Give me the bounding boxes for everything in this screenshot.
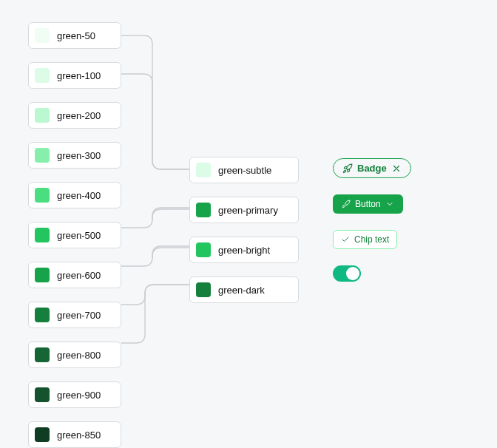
check-icon [341,235,350,244]
toggle-knob [346,267,359,280]
swatch-green-300: green-300 [28,142,121,169]
swatch-color [35,228,50,242]
swatch-green-850: green-850 [28,421,121,448]
swatch-color [35,387,50,402]
swatch-color [35,148,50,163]
swatch-label: green-800 [57,350,101,361]
swatch-color [35,268,50,282]
swatch-label: green-300 [57,150,101,161]
swatch-green-subtle: green-subtle [189,157,299,183]
swatch-label: green-primary [218,205,278,216]
swatch-label: green-dark [218,285,265,296]
swatch-color [35,188,50,203]
swatch-label: green-400 [57,190,101,201]
swatch-color [35,68,50,83]
swatch-label: green-50 [57,30,95,41]
swatch-label: green-900 [57,390,101,401]
swatch-green-dark: green-dark [189,276,299,303]
swatch-green-50: green-50 [28,22,121,49]
swatch-color [35,108,50,123]
rocket-icon [342,200,351,208]
swatch-green-700: green-700 [28,302,121,328]
example-button[interactable]: Button [333,194,403,214]
swatch-color [35,308,50,322]
swatch-green-100: green-100 [28,62,121,89]
swatch-color [35,427,50,442]
swatch-green-400: green-400 [28,182,121,208]
swatch-label: green-700 [57,310,101,321]
palette-list: green-50 green-100 green-200 green-300 g… [28,22,121,448]
chip-label: Chip text [354,234,389,245]
example-toggle[interactable] [333,265,361,282]
swatch-green-primary: green-primary [189,197,299,223]
swatch-label: green-600 [57,270,101,281]
swatch-label: green-subtle [218,165,271,176]
button-label: Button [355,199,381,209]
chevron-down-icon [385,200,394,208]
component-examples: Badge Button Chip text [333,158,411,282]
swatch-green-200: green-200 [28,102,121,129]
swatch-color [35,28,50,43]
swatch-label: green-850 [57,430,101,441]
example-chip[interactable]: Chip text [333,230,397,249]
swatch-label: green-500 [57,230,101,241]
swatch-label: green-200 [57,110,101,121]
swatch-color [196,163,211,177]
swatch-green-600: green-600 [28,262,121,288]
swatch-color [196,242,211,257]
swatch-color [196,282,211,297]
swatch-green-bright: green-bright [189,237,299,263]
swatch-green-900: green-900 [28,381,121,408]
swatch-green-800: green-800 [28,342,121,368]
semantic-list: green-subtle green-primary green-bright … [189,157,299,303]
swatch-label: green-100 [57,70,101,81]
swatch-green-500: green-500 [28,222,121,248]
swatch-label: green-bright [218,245,270,256]
swatch-color [196,203,211,217]
swatch-color [35,347,50,362]
badge-label: Badge [357,163,387,174]
example-badge[interactable]: Badge [333,158,411,178]
rocket-icon [342,163,353,174]
close-icon[interactable] [391,163,402,174]
